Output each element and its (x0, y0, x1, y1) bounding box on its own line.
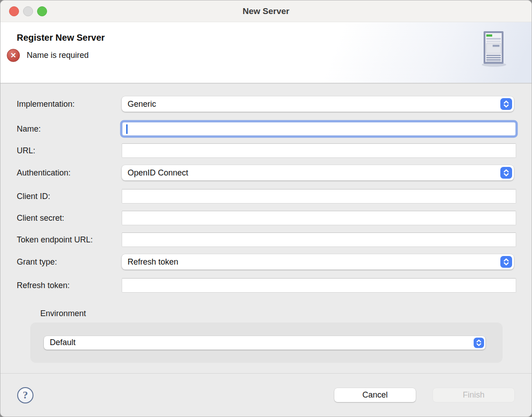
form-row: Client secret: (17, 211, 516, 225)
form-row: Name: (17, 120, 516, 137)
finish-button[interactable]: Finish (433, 388, 514, 402)
text-field-input[interactable] (122, 278, 516, 293)
form-area: Implementation:GenericName:URL:Authentic… (0, 84, 532, 363)
form-row: Implementation:Generic (17, 96, 516, 112)
chevron-up-down-icon (474, 337, 484, 348)
text-field-input[interactable] (122, 232, 516, 247)
text-field-input[interactable] (122, 143, 516, 158)
error-message: Name is required (27, 51, 89, 60)
popup-select-value: Generic (128, 100, 156, 109)
server-tower-icon (479, 30, 507, 67)
field-label: URL: (17, 146, 122, 156)
field-label: Name: (17, 124, 122, 134)
popup-select-value: OpenID Connect (128, 168, 188, 178)
text-field-input[interactable] (122, 211, 516, 225)
minimize-button[interactable] (23, 6, 33, 16)
environment-select-value: Default (50, 338, 76, 347)
traffic-lights (9, 0, 47, 22)
title-bar: New Server (0, 0, 532, 22)
error-x-icon: ✕ (7, 49, 20, 62)
text-field-input[interactable] (122, 189, 516, 204)
form-rows: Implementation:GenericName:URL:Authentic… (17, 96, 516, 293)
form-row: Grant type:Refresh token (17, 254, 516, 270)
form-row: Refresh token: (17, 278, 516, 293)
zoom-button[interactable] (37, 6, 47, 16)
text-field-focused (122, 122, 516, 136)
button-bar: ? Cancel Finish (0, 373, 532, 417)
field-label: Authentication: (17, 168, 122, 178)
form-row: Token endpoint URL: (17, 232, 516, 247)
popup-select-value: Refresh token (128, 257, 178, 267)
chevron-up-down-icon (500, 256, 512, 268)
new-server-dialog: New Server Register New Server ✕ Name is… (0, 0, 532, 417)
popup-select[interactable]: Generic (122, 96, 514, 112)
form-row: URL: (17, 143, 516, 158)
field-label: Client ID: (17, 192, 122, 201)
field-label: Token endpoint URL: (17, 235, 122, 245)
environment-select[interactable]: Default (44, 336, 485, 350)
window-title: New Server (242, 6, 290, 16)
popup-select[interactable]: Refresh token (122, 254, 514, 270)
chevron-up-down-icon (500, 167, 512, 179)
page-title: Register New Server (0, 22, 532, 43)
help-button[interactable]: ? (17, 387, 33, 403)
close-button[interactable] (9, 6, 19, 16)
wizard-banner: Register New Server ✕ Name is required (0, 22, 532, 84)
environment-group-label: Environment (40, 309, 516, 318)
form-row: Client ID: (17, 189, 516, 204)
field-label: Implementation: (17, 100, 122, 109)
field-label: Grant type: (17, 257, 122, 267)
field-label: Refresh token: (17, 281, 122, 290)
chevron-up-down-icon (500, 98, 512, 110)
field-label: Client secret: (17, 213, 122, 223)
form-row: Authentication:OpenID Connect (17, 165, 516, 180)
validation-message-row: ✕ Name is required (0, 49, 532, 62)
popup-select[interactable]: OpenID Connect (122, 165, 514, 180)
environment-group: Default (30, 322, 503, 363)
text-field-input[interactable] (123, 123, 515, 135)
cancel-button[interactable]: Cancel (334, 388, 416, 402)
text-cursor (126, 124, 128, 134)
